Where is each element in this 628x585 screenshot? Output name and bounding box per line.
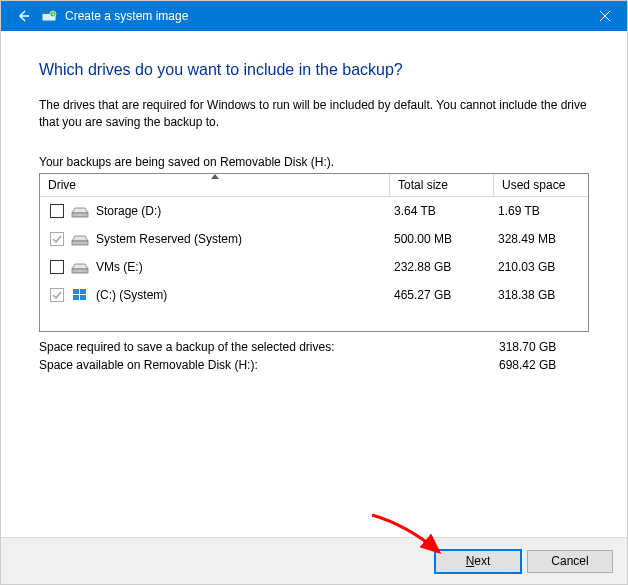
svg-rect-7 [73, 289, 79, 294]
column-drive[interactable]: Drive [40, 174, 390, 197]
row-checkbox[interactable] [50, 204, 64, 218]
drive-total: 232.88 GB [394, 260, 498, 274]
window-title: Create a system image [65, 9, 582, 23]
wizard-content: Which drives do you want to include in t… [1, 31, 627, 374]
drive-icon [70, 231, 90, 247]
next-button[interactable]: Next [435, 550, 521, 573]
space-available-value: 698.42 GB [499, 358, 589, 372]
table-row[interactable]: System Reserved (System) 500.00 MB 328.4… [40, 225, 588, 253]
back-icon[interactable] [15, 8, 31, 24]
svg-rect-8 [80, 289, 86, 294]
drive-used: 318.38 GB [498, 288, 584, 302]
wizard-footer: Next Cancel [1, 537, 627, 584]
page-heading: Which drives do you want to include in t… [39, 61, 589, 79]
row-checkbox[interactable] [50, 260, 64, 274]
drive-label: System Reserved (System) [96, 232, 394, 246]
drive-icon [70, 259, 90, 275]
page-description: The drives that are required for Windows… [39, 97, 589, 131]
table-row[interactable]: VMs (E:) 232.88 GB 210.03 GB [40, 253, 588, 281]
space-available-label: Space available on Removable Disk (H:): [39, 358, 499, 372]
titlebar: Create a system image [1, 1, 627, 31]
svg-rect-10 [80, 295, 86, 300]
saved-to-label: Your backups are being saved on Removabl… [39, 155, 589, 169]
space-required-label: Space required to save a backup of the s… [39, 340, 499, 354]
drive-used: 1.69 TB [498, 204, 584, 218]
sort-indicator-icon [211, 174, 219, 179]
row-checkbox [50, 288, 64, 302]
svg-rect-5 [72, 241, 88, 245]
table-row[interactable]: (C:) (System) 465.27 GB 318.38 GB [40, 281, 588, 309]
drive-total: 465.27 GB [394, 288, 498, 302]
windows-drive-icon [70, 287, 90, 303]
svg-rect-4 [72, 213, 88, 217]
drive-label: Storage (D:) [96, 204, 394, 218]
table-row[interactable]: Storage (D:) 3.64 TB 1.69 TB [40, 197, 588, 225]
drive-total: 500.00 MB [394, 232, 498, 246]
close-button[interactable] [582, 1, 627, 31]
space-required-value: 318.70 GB [499, 340, 589, 354]
table-header: Drive Total size Used space [40, 174, 588, 197]
table-rows: Storage (D:) 3.64 TB 1.69 TB System Rese… [40, 197, 588, 331]
drive-used: 328.49 MB [498, 232, 584, 246]
drive-label: (C:) (System) [96, 288, 394, 302]
column-total-size[interactable]: Total size [390, 174, 494, 197]
svg-rect-9 [73, 295, 79, 300]
drive-total: 3.64 TB [394, 204, 498, 218]
drive-used: 210.03 GB [498, 260, 584, 274]
column-used-space[interactable]: Used space [494, 174, 588, 197]
cancel-button[interactable]: Cancel [527, 550, 613, 573]
drive-label: VMs (E:) [96, 260, 394, 274]
drive-icon [70, 203, 90, 219]
summary: Space required to save a backup of the s… [39, 338, 589, 374]
app-icon [41, 8, 57, 24]
row-checkbox [50, 232, 64, 246]
svg-rect-6 [72, 269, 88, 273]
drives-table: Drive Total size Used space Storage (D:)… [39, 173, 589, 332]
